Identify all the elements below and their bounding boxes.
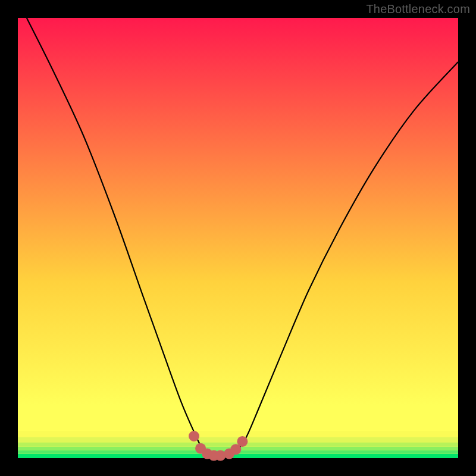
marker-dot: [237, 436, 248, 447]
chart-stage: TheBottleneck.com: [0, 0, 476, 476]
svg-rect-0: [18, 454, 458, 458]
svg-rect-5: [18, 431, 458, 437]
marker-dot: [215, 450, 226, 461]
marker-dot: [189, 431, 199, 441]
svg-rect-6: [18, 423, 458, 431]
plot-background: [18, 18, 458, 458]
bottleneck-chart: [0, 0, 476, 476]
attribution-label: TheBottleneck.com: [366, 2, 470, 16]
